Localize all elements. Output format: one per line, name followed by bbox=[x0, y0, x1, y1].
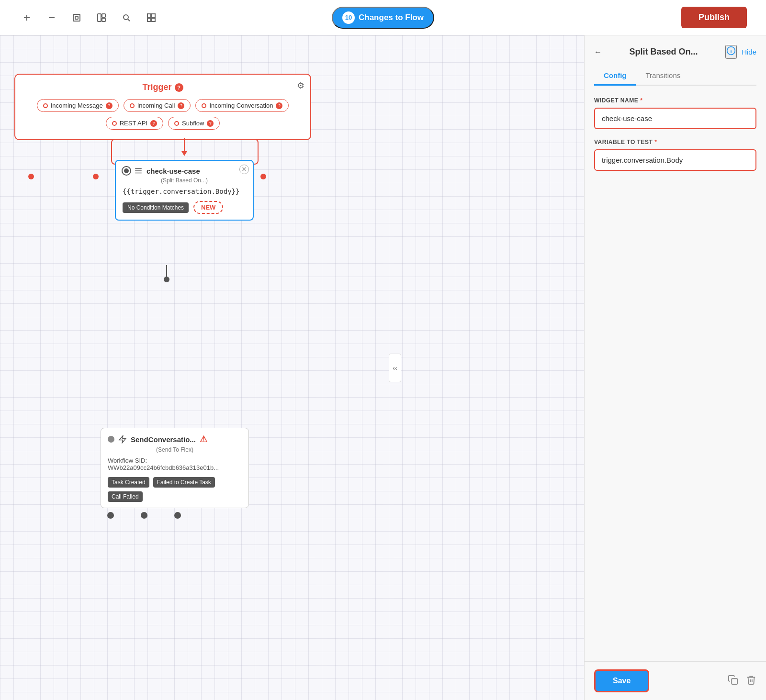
zoom-out-button[interactable] bbox=[44, 10, 59, 25]
flex-dot bbox=[108, 436, 114, 443]
publish-button[interactable]: Publish bbox=[681, 7, 747, 28]
trigger-option-dot bbox=[174, 121, 179, 126]
trigger-option-label: Incoming Call bbox=[137, 102, 175, 109]
split-name: check-use-case bbox=[146, 167, 200, 175]
panel-form: WIDGET NAME * VARIABLE TO TEST * bbox=[585, 86, 766, 661]
trigger-label: Trigger bbox=[142, 82, 171, 92]
no-condition-badge: No Condition Matches bbox=[123, 202, 189, 213]
flex-output-failed: Failed to Create Task bbox=[153, 477, 215, 488]
flex-header: SendConversatio... ⚠ bbox=[108, 434, 242, 444]
help-icon-incoming-call: ? bbox=[178, 102, 184, 109]
flex-warning-icon: ⚠ bbox=[200, 434, 207, 444]
footer-icons bbox=[728, 675, 756, 688]
split-outputs: No Condition Matches NEW bbox=[123, 201, 246, 214]
trigger-gear-icon[interactable]: ⚙ bbox=[297, 80, 304, 91]
split-node: check-use-case × (Split Based On...) {{t… bbox=[115, 160, 254, 221]
flex-outputs: Task Created Failed to Create Task Call … bbox=[108, 477, 242, 502]
help-icon-subflow: ? bbox=[207, 120, 214, 127]
changes-badge-container: 10 Changes to Flow bbox=[332, 7, 434, 29]
tab-transitions[interactable]: Transitions bbox=[636, 67, 690, 86]
split-box[interactable]: check-use-case × (Split Based On...) {{t… bbox=[115, 160, 254, 221]
trigger-option-subflow[interactable]: Subflow ? bbox=[168, 117, 220, 130]
split-header: check-use-case × bbox=[123, 167, 246, 175]
changes-label: Changes to Flow bbox=[359, 13, 424, 22]
zoom-in-button[interactable] bbox=[19, 10, 34, 25]
help-icon-incoming-message: ? bbox=[106, 102, 113, 109]
collapse-panel-button[interactable]: ‹‹ bbox=[389, 354, 401, 382]
new-condition-button[interactable]: NEW bbox=[193, 201, 223, 214]
svg-rect-3 bbox=[73, 14, 80, 21]
svg-marker-23 bbox=[181, 151, 187, 156]
svg-point-16 bbox=[28, 174, 34, 179]
flex-box[interactable]: SendConversatio... ⚠ (Send To Flex) Work… bbox=[101, 428, 249, 508]
trigger-container: Trigger ? ⚙ Incoming Message ? Incoming … bbox=[14, 74, 311, 140]
svg-rect-4 bbox=[75, 16, 78, 19]
delete-button[interactable] bbox=[746, 675, 756, 688]
trigger-option-label: Incoming Conversation bbox=[209, 102, 273, 109]
flex-connector-dot-1 bbox=[107, 512, 114, 519]
tab-config[interactable]: Config bbox=[594, 67, 636, 86]
panel-info-button[interactable] bbox=[725, 45, 737, 59]
widget-name-input[interactable] bbox=[594, 108, 756, 129]
svg-marker-24 bbox=[119, 436, 126, 443]
widget-name-label: WIDGET NAME * bbox=[594, 97, 756, 104]
trigger-title: Trigger ? bbox=[25, 82, 301, 92]
trigger-box: Trigger ? ⚙ Incoming Message ? Incoming … bbox=[14, 74, 311, 140]
trigger-option-rest-api[interactable]: REST API ? bbox=[106, 117, 163, 130]
split-type-label: (Split Based On...) bbox=[123, 177, 246, 184]
svg-rect-11 bbox=[152, 14, 155, 17]
duplicate-button[interactable] bbox=[728, 675, 738, 688]
changes-badge[interactable]: 10 Changes to Flow bbox=[332, 7, 434, 29]
flex-workflow-detail: Workflow SID: WWb22a09cc24b6fcbdb636a313… bbox=[108, 457, 242, 471]
grid-button[interactable] bbox=[144, 10, 159, 25]
svg-point-17 bbox=[93, 174, 99, 179]
flex-workflow-value: WWb22a09cc24b6fcbdb636a313e01b... bbox=[108, 464, 219, 471]
flex-type-label: (Send To Flex) bbox=[108, 446, 242, 453]
panel-header: ← Split Based On... Hide bbox=[585, 35, 766, 59]
layout-button[interactable] bbox=[94, 10, 109, 25]
save-button[interactable]: Save bbox=[594, 669, 649, 692]
svg-point-19 bbox=[260, 174, 266, 179]
flex-icon bbox=[118, 435, 127, 444]
trigger-option-incoming-message[interactable]: Incoming Message ? bbox=[37, 99, 119, 112]
svg-rect-6 bbox=[102, 14, 105, 17]
split-close-button[interactable]: × bbox=[239, 165, 249, 174]
changes-count: 10 bbox=[342, 11, 355, 24]
flex-connector-dot-3 bbox=[174, 512, 181, 519]
split-variable: {{trigger.conversation.Body}} bbox=[123, 188, 246, 195]
trigger-option-dot bbox=[112, 121, 117, 126]
trigger-option-label: Subflow bbox=[182, 120, 204, 127]
trigger-option-dot bbox=[202, 103, 206, 108]
svg-point-8 bbox=[124, 15, 128, 20]
panel-back-button[interactable]: ← bbox=[594, 48, 602, 56]
flex-name: SendConversatio... bbox=[131, 435, 196, 444]
search-button[interactable] bbox=[119, 10, 134, 25]
flex-connector-dot-2 bbox=[141, 512, 147, 519]
trigger-option-incoming-call[interactable]: Incoming Call ? bbox=[124, 99, 191, 112]
panel-footer: Save bbox=[585, 661, 766, 700]
trigger-option-label: REST API bbox=[120, 120, 147, 127]
trigger-option-dot bbox=[130, 103, 135, 108]
split-arrow bbox=[180, 138, 189, 159]
panel-hide-button[interactable]: Hide bbox=[742, 48, 756, 56]
help-icon-incoming-conversation: ? bbox=[276, 102, 282, 109]
trigger-option-label: Incoming Message bbox=[51, 102, 103, 109]
svg-rect-7 bbox=[102, 18, 105, 22]
panel-title: Split Based On... bbox=[607, 47, 721, 57]
required-star-1: * bbox=[640, 97, 642, 104]
variable-input[interactable] bbox=[594, 149, 756, 171]
trigger-help-icon[interactable]: ? bbox=[175, 83, 183, 92]
fit-button[interactable] bbox=[69, 10, 84, 25]
trigger-options: Incoming Message ? Incoming Call ? Incom… bbox=[25, 99, 301, 130]
flex-output-task-created: Task Created bbox=[108, 477, 149, 488]
trigger-option-dot bbox=[43, 103, 48, 108]
canvas-area[interactable]: Trigger ? ⚙ Incoming Message ? Incoming … bbox=[0, 35, 584, 700]
trigger-option-incoming-conversation[interactable]: Incoming Conversation ? bbox=[195, 99, 289, 112]
svg-rect-12 bbox=[147, 18, 151, 22]
flex-connector-dots bbox=[101, 512, 249, 519]
svg-rect-5 bbox=[98, 14, 101, 22]
svg-point-21 bbox=[164, 277, 169, 282]
svg-rect-10 bbox=[147, 14, 151, 17]
split-input-dot bbox=[123, 167, 130, 175]
required-star-2: * bbox=[654, 139, 657, 145]
